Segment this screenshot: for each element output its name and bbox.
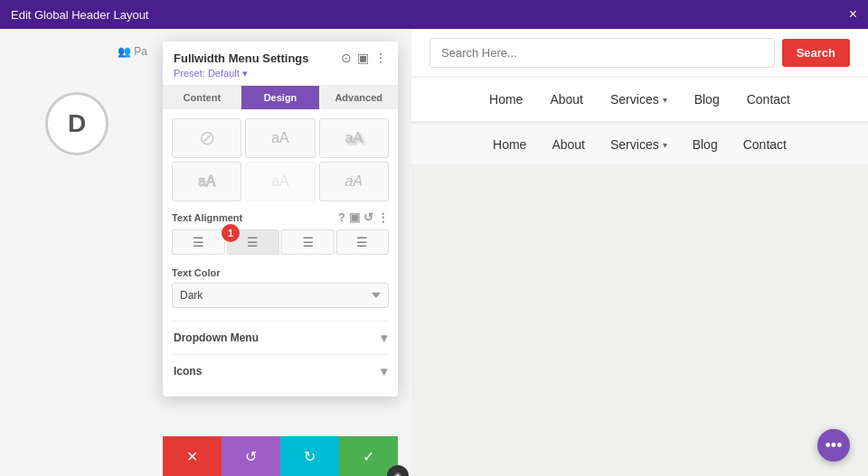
nav2-item-contact[interactable]: Contact [743,137,787,152]
left-panel: 👥 Pa D Fullwidth Menu Settings ⊙ ▣ ⋮ Pre… [0,29,411,476]
align-left-btn[interactable]: ☰ [172,229,225,255]
top-bar-title: Edit Global Header Layout [11,8,148,22]
settings-header: Fullwidth Menu Settings ⊙ ▣ ⋮ Preset: De… [163,42,398,86]
divi-logo-area: D [27,74,127,173]
nav-item-blog[interactable]: Blog [694,92,720,107]
text-alignment-icons: ? ▣ ↺ ⋮ [338,210,389,224]
drag-handle[interactable] [387,465,409,476]
redo-button[interactable]: ↻ [280,436,339,476]
dropdown-menu-header[interactable]: Dropdown Menu ▾ [172,331,389,345]
dropdown-menu-label: Dropdown Menu [174,331,259,344]
nav-item-home[interactable]: Home [489,92,523,107]
search-input-wrap [429,38,775,68]
persons-icon: 👥 Pa [118,45,147,58]
alignment-badge: 1 [222,224,240,242]
dropdown-menu-chevron: ▾ [381,331,387,345]
services-dropdown-icon: ▾ [663,95,667,105]
settings-icon-circle[interactable]: ⊙ [341,51,352,65]
settings-tabs: Content Design Advanced [163,86,398,109]
tab-design[interactable]: Design [241,86,320,109]
text-style-outline[interactable]: aA [172,162,241,201]
help-icon[interactable]: ? [338,210,345,224]
icons-header[interactable]: Icons ▾ [172,364,389,378]
search-input[interactable] [429,38,775,68]
nav-item-contact[interactable]: Contact [747,92,790,107]
undo-button[interactable]: ↺ [222,436,280,476]
more-fab-button[interactable]: ••• [817,429,850,462]
nav2-item-about[interactable]: About [552,137,585,152]
text-alignment-label: Text Alignment ? ▣ ↺ ⋮ [172,210,389,224]
action-bar: ✕ ↺ ↻ ✓ [163,436,398,476]
align-right-btn[interactable]: ☰ [281,229,335,255]
close-button[interactable]: × [849,7,857,22]
text-style-none[interactable]: ⊘ [172,118,241,158]
icons-label: Icons [174,365,202,378]
settings-panel: Fullwidth Menu Settings ⊙ ▣ ⋮ Preset: De… [163,42,398,397]
divi-logo: D [45,92,108,155]
icons-section: Icons ▾ [172,354,389,387]
text-style-shadow[interactable]: aA [319,118,389,158]
nav2-item-blog[interactable]: Blog [693,137,718,152]
main-area: 👥 Pa D Fullwidth Menu Settings ⊙ ▣ ⋮ Pre… [0,29,868,476]
nav-item-services[interactable]: Services ▾ [610,92,667,107]
settings-title: Fullwidth Menu Settings [174,51,309,65]
alignment-row: ☰ ☰ 1 ☰ ☰ [172,229,389,255]
nav2-item-home[interactable]: Home [493,137,526,152]
nav-item-about[interactable]: About [550,92,583,107]
right-area: Search Home About Services ▾ Blog Contac… [411,29,868,476]
nav2-item-services[interactable]: Services ▾ [610,137,667,152]
text-style-italic[interactable]: aA [319,162,389,201]
text-color-select[interactable]: Dark Light [172,283,389,308]
settings-title-icons: ⊙ ▣ ⋮ [341,51,387,65]
persons-icon-area: 👥 Pa [118,45,147,58]
more-icon[interactable]: ⋮ [377,210,389,224]
text-style-normal[interactable]: aA [245,118,315,158]
settings-preset[interactable]: Preset: Default [174,68,387,79]
align-justify-btn[interactable]: ☰ [336,229,390,255]
settings-icon-grid[interactable]: ▣ [357,51,369,65]
reset-icon[interactable]: ↺ [363,210,373,224]
search-bar-area: Search [411,29,868,78]
settings-body: ⊘ aA aA aA aA aA Text Alignment ? ▣ ↺ ⋮ [163,109,398,397]
nav-bar-secondary: Home About Services ▾ Blog Contact [411,125,868,164]
nav-bar-primary: Home About Services ▾ Blog Contact [411,78,868,121]
services2-dropdown-icon: ▾ [663,140,667,150]
tab-content[interactable]: Content [163,86,241,109]
dropdown-menu-section: Dropdown Menu ▾ [172,321,389,354]
text-color-label: Text Color [172,267,389,278]
settings-title-row: Fullwidth Menu Settings ⊙ ▣ ⋮ [174,51,387,65]
tab-advanced[interactable]: Advanced [319,86,398,109]
cancel-button[interactable]: ✕ [163,436,222,476]
text-style-grid: ⊘ aA aA aA aA aA [172,118,389,201]
text-style-faded[interactable]: aA [245,162,315,201]
icons-chevron: ▾ [381,364,387,378]
top-bar: Edit Global Header Layout × [0,0,868,29]
settings-icon-more[interactable]: ⋮ [374,51,387,65]
search-button[interactable]: Search [782,39,850,67]
tablet-icon[interactable]: ▣ [349,210,360,224]
